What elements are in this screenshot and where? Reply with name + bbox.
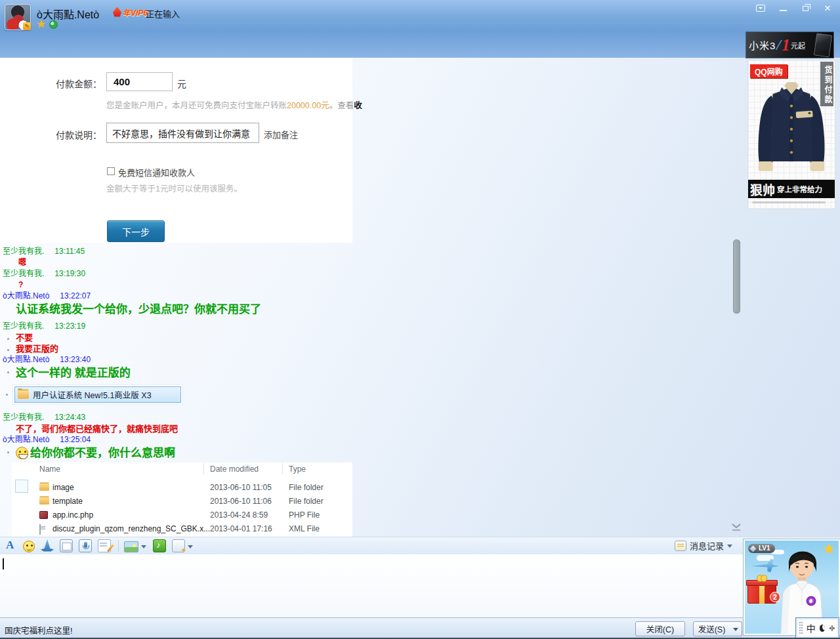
ime-language-toggle[interactable]: 中 <box>807 621 816 634</box>
send-picture-dropdown-icon[interactable] <box>141 545 146 551</box>
chat-message: 至少我有我.13:11:45嗯 <box>3 246 711 268</box>
text-caret <box>3 558 4 569</box>
description-input[interactable] <box>106 123 259 143</box>
explorer-row[interactable]: image2013-06-10 11:05File folder <box>12 481 352 495</box>
explorer-header: Name Date modified Type <box>12 463 352 476</box>
close-button[interactable]: 关闭(C) <box>635 621 685 636</box>
close-button[interactable] <box>819 2 836 14</box>
message-text: 嗯 <box>18 257 711 268</box>
chat-message: 至少我有我.13:23:19不要我要正版的 <box>3 321 711 354</box>
qq-shop-ad[interactable]: QQ网购 货到付款 狠帅 穿上非常给力 <box>748 60 835 209</box>
column-divider[interactable] <box>282 463 283 474</box>
file-name: template <box>52 497 83 506</box>
scroll-to-bottom-icon[interactable] <box>728 522 744 533</box>
currency-label: 元 <box>177 77 186 90</box>
message-header: 至少我有我.13:19:30 <box>3 268 711 279</box>
next-step-button[interactable]: 下一步 <box>107 220 165 242</box>
column-divider[interactable] <box>203 463 204 474</box>
explorer-row[interactable]: app.inc.php2013-04-24 8:59PHP File <box>12 508 352 522</box>
window-shake-dropdown-icon[interactable] <box>188 545 193 551</box>
jacket-image <box>753 77 830 177</box>
ime-fullwidth-toggle-icon[interactable] <box>820 625 825 632</box>
quota-note: 您是金账户用户，本月还可免费向支付宝账户转账20000.00元。查看收 <box>106 98 362 111</box>
message-input-area[interactable] <box>0 554 840 617</box>
file-date-modified: 2013-04-24 8:59 <box>210 510 268 520</box>
message-text: ? <box>18 279 711 291</box>
quota-amount: 20000.00元 <box>287 101 329 110</box>
column-type[interactable]: Type <box>289 464 306 474</box>
qzone-icon[interactable] <box>49 20 58 29</box>
chat-messages: 至少我有我.13:11:45嗯至少我有我.13:19:30?ò大雨點.Netò1… <box>3 246 711 464</box>
ime-punctuation-icon[interactable] <box>829 624 835 632</box>
peer-subicons <box>37 20 58 29</box>
emoticon-icon[interactable] <box>23 541 35 552</box>
file-type: XML File <box>289 524 320 533</box>
ime-drag-handle[interactable] <box>799 622 803 634</box>
file-name: image <box>52 483 74 492</box>
quota-note-clipped[interactable]: 收 <box>354 101 362 110</box>
xiaomi-slash: / <box>776 36 781 54</box>
message-header: ò大雨點.Netò13:25:04 <box>3 434 711 445</box>
status-bar: 国庆宅福利点这里! 关闭(C) 发送(S) <box>0 617 840 639</box>
minimize-button[interactable] <box>774 2 791 14</box>
amount-input[interactable] <box>106 72 173 91</box>
sms-notify-checkbox[interactable] <box>107 167 115 175</box>
minimize-icon <box>780 10 787 11</box>
file-explorer: Name Date modified Type image2013-06-10 … <box>12 463 352 537</box>
message-history-control[interactable]: 消息记录 <box>675 539 732 552</box>
promo-link[interactable]: 国庆宅福利点这里! <box>5 624 72 636</box>
peer-avatar[interactable] <box>5 4 31 30</box>
message-text: 给你你都不要，你什么意思啊 <box>16 445 711 461</box>
shop-brand: 狠帅 <box>750 180 775 198</box>
send-button[interactable]: 发送(S) <box>693 621 730 636</box>
explorer-row[interactable]: discuz_plugin_qzom_renzheng_SC_GBK.x...2… <box>12 522 352 536</box>
font-icon[interactable] <box>4 539 17 552</box>
panel-toggle-button[interactable] <box>752 2 769 14</box>
add-note-link[interactable]: 添加备注 <box>264 128 298 140</box>
file-date-modified: 2013-04-01 17:16 <box>210 524 272 533</box>
music-share-icon[interactable] <box>153 539 166 552</box>
edit-pencil-icon <box>23 22 31 30</box>
star-icon[interactable] <box>37 20 46 29</box>
php-file-icon <box>39 511 48 519</box>
message-text: 不要 <box>16 332 711 343</box>
message-text: 不了，哥们你都已经痛快了，就痛快到底吧 <box>16 423 711 434</box>
magic-emoticon-icon[interactable] <box>41 539 54 552</box>
doodle-icon[interactable] <box>98 539 111 552</box>
message-time: 13:25:04 <box>60 435 91 444</box>
voice-message-icon[interactable] <box>79 539 92 552</box>
column-date-modified[interactable]: Date modified <box>210 464 259 474</box>
vip-flame-icon <box>113 7 121 17</box>
gift-bow <box>757 575 767 581</box>
qq-shop-badge: QQ网购 <box>750 64 788 78</box>
send-picture-icon[interactable] <box>124 541 138 552</box>
folder-file-icon <box>39 497 49 505</box>
description-label: 付款说明： <box>3 128 102 141</box>
payment-form: 付款金额： 元 您是金账户用户，本月还可免费向支付宝账户转账20000.00元。… <box>0 58 352 243</box>
message-sender: 至少我有我. <box>3 413 44 422</box>
message-time: 13:11:45 <box>54 247 85 256</box>
compose-toolbar: 消息记录 <box>0 537 840 554</box>
vip6-badge[interactable]: 年VIP6 <box>113 6 148 18</box>
window-shake-icon[interactable] <box>172 539 185 552</box>
explorer-row[interactable]: template2013-06-10 11:06File folder <box>12 495 352 508</box>
screenshot-icon[interactable] <box>60 539 73 552</box>
file-attachment-row[interactable]: 用户认证系统 New!5.1商业版 X3 <box>14 386 181 403</box>
history-dropdown-icon[interactable] <box>727 545 732 550</box>
message-time: 13:24:43 <box>54 413 85 422</box>
history-icon <box>675 541 686 551</box>
xiaomi-product: 小米3 <box>749 38 776 52</box>
message-time: 13:22:07 <box>60 291 91 300</box>
quota-note-mid[interactable]: 。查看 <box>329 101 354 110</box>
column-name[interactable]: Name <box>39 464 60 474</box>
message-header: 至少我有我.13:24:43 <box>3 412 711 423</box>
file-type: PHP File <box>289 510 320 520</box>
chat-scrollbar-thumb[interactable] <box>733 239 740 314</box>
message-sender: ò大雨點.Netò <box>3 291 49 300</box>
xiaomi-price: 1 <box>782 37 790 54</box>
xiaomi-ad-banner[interactable]: 小米3 / 1 元起 <box>746 31 834 58</box>
maximize-button[interactable] <box>797 2 814 14</box>
send-options-dropdown[interactable] <box>730 621 742 636</box>
message-header: 至少我有我.13:11:45 <box>3 246 711 257</box>
folder-file-icon <box>39 484 49 491</box>
